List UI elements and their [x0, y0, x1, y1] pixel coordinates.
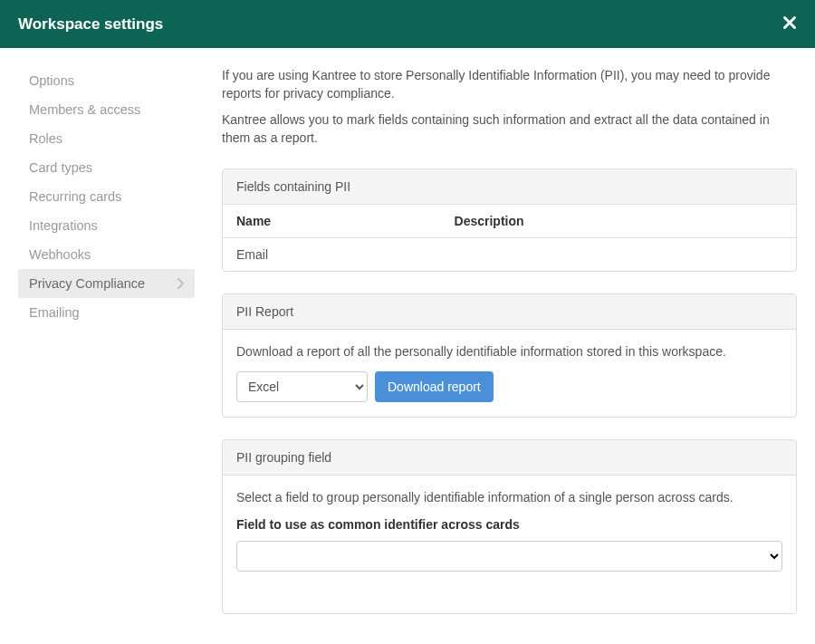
- sidebar-item-label: Members & access: [29, 102, 140, 117]
- pii-report-panel: PII Report Download a report of all the …: [222, 293, 797, 418]
- pii-fields-table: Name Description Email: [223, 205, 796, 271]
- panel-title: Fields containing PII: [223, 169, 796, 205]
- table-header-row: Name Description: [223, 205, 796, 238]
- close-button[interactable]: [782, 15, 797, 33]
- panel-title: PII Report: [223, 294, 796, 330]
- sidebar-item-label: Webhooks: [29, 247, 91, 262]
- sidebar-item-label: Integrations: [29, 218, 98, 233]
- fields-pii-panel: Fields containing PII Name Description E…: [222, 168, 797, 272]
- sidebar-item-options[interactable]: Options: [18, 66, 195, 95]
- report-controls: Excel Download report: [236, 371, 782, 402]
- sidebar-item-roles[interactable]: Roles: [18, 124, 195, 153]
- sidebar-item-webhooks[interactable]: Webhooks: [18, 240, 195, 269]
- column-description: Description: [441, 205, 796, 238]
- grouping-field-select[interactable]: [236, 541, 782, 572]
- cell-description: [441, 238, 796, 272]
- report-description: Download a report of all the personally …: [236, 344, 782, 359]
- workspace-settings-modal: Workspace settings Options Members & acc…: [0, 0, 815, 644]
- sidebar-item-label: Recurring cards: [29, 189, 121, 204]
- pii-grouping-panel: PII grouping field Select a field to gro…: [222, 439, 797, 614]
- report-format-select[interactable]: Excel: [236, 371, 368, 402]
- sidebar-item-integrations[interactable]: Integrations: [18, 211, 195, 240]
- grouping-description: Select a field to group personally ident…: [236, 490, 782, 505]
- settings-content: If you are using Kantree to store Person…: [195, 66, 797, 626]
- column-name: Name: [223, 205, 441, 238]
- sidebar-item-label: Card types: [29, 160, 92, 175]
- cell-name: Email: [223, 238, 441, 272]
- panel-title: PII grouping field: [223, 440, 796, 476]
- sidebar-item-label: Privacy Compliance: [29, 276, 145, 291]
- sidebar-item-privacy-compliance[interactable]: Privacy Compliance: [18, 269, 195, 298]
- sidebar-item-label: Options: [29, 73, 74, 88]
- sidebar-item-label: Roles: [29, 131, 62, 146]
- chevron-right-icon: [177, 278, 184, 289]
- intro-paragraph-1: If you are using Kantree to store Person…: [222, 66, 797, 103]
- modal-body: Options Members & access Roles Card type…: [0, 48, 815, 644]
- modal-header: Workspace settings: [0, 0, 815, 48]
- sidebar-item-label: Emailing: [29, 305, 80, 320]
- intro-paragraph-2: Kantree allows you to mark fields contai…: [222, 111, 797, 148]
- grouping-field-label: Field to use as common identifier across…: [236, 517, 782, 532]
- sidebar-item-members-access[interactable]: Members & access: [18, 95, 195, 124]
- table-row: Email: [223, 238, 796, 272]
- sidebar-item-emailing[interactable]: Emailing: [18, 298, 195, 327]
- sidebar-item-recurring-cards[interactable]: Recurring cards: [18, 182, 195, 211]
- modal-title: Workspace settings: [18, 15, 163, 34]
- settings-sidebar: Options Members & access Roles Card type…: [18, 66, 195, 626]
- close-icon: [782, 15, 797, 33]
- sidebar-item-card-types[interactable]: Card types: [18, 153, 195, 182]
- download-report-button[interactable]: Download report: [375, 371, 494, 402]
